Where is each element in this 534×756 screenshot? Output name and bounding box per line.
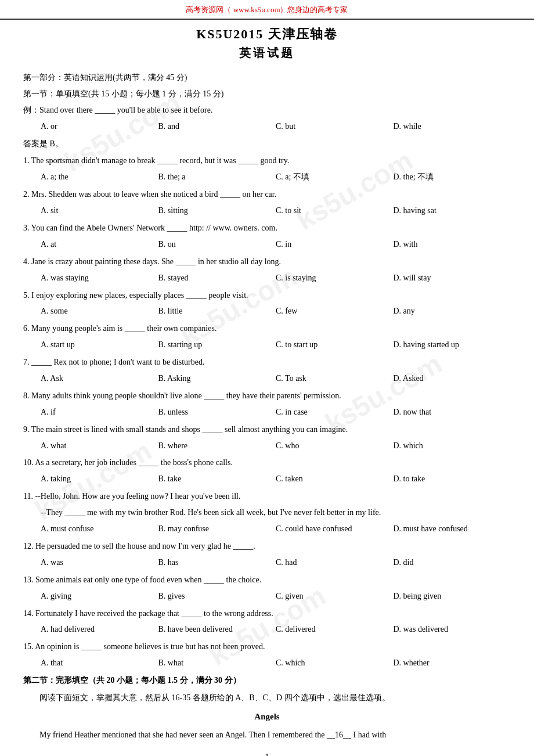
q9-opt-d: D. which	[394, 438, 511, 453]
q13-text: 13. Some animals eat only one type of fo…	[23, 573, 511, 588]
main-title: KS5U2015 天津压轴卷	[0, 26, 534, 43]
sub-title: 英语试题	[0, 45, 534, 61]
q15-opt-a: A. that	[41, 656, 158, 671]
q14-text: 14. Fortunately I have received the pack…	[23, 606, 511, 621]
q12-opt-b: B. has	[158, 555, 276, 570]
passage-first-line: My friend Heather mentioned that she had…	[23, 728, 511, 743]
q3-opt-c: C. in	[276, 237, 394, 252]
example-option-d: D. while	[394, 119, 511, 134]
q9-options: A. what B. where C. who D. which	[41, 438, 511, 453]
q4-options: A. was staying B. stayed C. is staying D…	[41, 271, 511, 286]
q3-opt-a: A. at	[41, 237, 158, 252]
example-option-c: C. but	[276, 119, 394, 134]
q5-opt-c: C. few	[276, 304, 394, 319]
q10-opt-b: B. take	[158, 471, 276, 487]
q9-opt-b: B. where	[158, 438, 276, 453]
q4-opt-d: D. will stay	[394, 271, 511, 286]
q4-opt-c: C. is staying	[276, 271, 394, 286]
q7-opt-a: A. Ask	[41, 371, 158, 386]
q1-opt-a: A. a; the	[41, 170, 158, 185]
q13-opt-a: A. giving	[41, 589, 158, 604]
q11-options: A. must confuse B. may confuse C. could …	[41, 521, 511, 537]
q6-opt-c: C. to start up	[276, 337, 394, 352]
q3-text: 3. You can find the Abele Owners' Networ…	[23, 221, 511, 236]
q6-options: A. start up B. starting up C. to start u…	[41, 337, 511, 352]
q8-text: 8. Many adults think young people should…	[23, 388, 511, 404]
q5-text: 5. I enjoy exploring new places, especia…	[23, 288, 511, 303]
q12-opt-d: D. did	[394, 555, 511, 570]
q8-opt-c: C. in case	[276, 405, 394, 420]
q5-opt-d: D. any	[394, 304, 511, 319]
q15-opt-b: B. what	[158, 656, 276, 671]
q10-text: 10. As a secretary, her job includes ___…	[23, 455, 511, 470]
q8-opt-d: D. now that	[394, 405, 511, 420]
q10-opt-d: D. to take	[394, 471, 511, 487]
q4-text: 4. Jane is crazy about painting these da…	[23, 254, 511, 269]
q6-opt-a: A. start up	[41, 337, 158, 352]
q5-opt-a: A. some	[41, 304, 158, 319]
q5-options: A. some B. little C. few D. any	[41, 304, 511, 319]
q10-opt-c: C. taken	[276, 471, 394, 487]
q6-opt-b: B. starting up	[158, 337, 276, 352]
q2-opt-d: D. having sat	[394, 203, 511, 218]
example-answer: 答案是 B。	[23, 136, 511, 152]
example-option-b: B. and	[158, 119, 276, 134]
q2-opt-b: B. sitting	[158, 203, 276, 218]
q12-options: A. was B. has C. had D. did	[41, 555, 511, 570]
q1-opt-c: C. a; 不填	[276, 170, 394, 185]
q8-opt-b: B. unless	[158, 405, 276, 420]
q9-opt-c: C. who	[276, 438, 394, 453]
q9-opt-a: A. what	[41, 438, 158, 453]
q11-opt-a: A. must confuse	[41, 521, 158, 537]
q11-opt-c: C. could have confused	[276, 521, 394, 537]
q12-opt-a: A. was	[41, 555, 158, 570]
q7-opt-d: D. Asked	[394, 371, 511, 386]
q10-options: A. taking B. take C. taken D. to take	[41, 471, 511, 487]
q11-opt-d: D. must have confused	[394, 521, 511, 537]
q7-text: 7. _____ Rex not to phone; I don't want …	[23, 355, 511, 370]
q7-opt-c: C. To ask	[276, 371, 394, 386]
q8-opt-a: A. if	[41, 405, 158, 420]
q6-text: 6. Many young people's aim is _____ thei…	[23, 321, 511, 336]
passage-title: Angels	[23, 709, 511, 725]
q7-opt-b: B. Asking	[158, 371, 276, 386]
q13-options: A. giving B. gives C. given D. being giv…	[41, 589, 511, 604]
q15-text: 15. An opinion is _____ someone believes…	[23, 639, 511, 654]
q2-text: 2. Mrs. Shedden was about to leave when …	[23, 187, 511, 202]
q6-opt-d: D. having started up	[394, 337, 511, 352]
q14-opt-a: A. had delivered	[41, 622, 158, 637]
page-number: 1	[0, 753, 534, 756]
example-question: 例：Stand over there _____ you'll be able …	[23, 103, 511, 118]
q5-opt-b: B. little	[158, 304, 276, 319]
q2-opt-a: A. sit	[41, 203, 158, 218]
q1-text: 1. The sportsman didn't manage to break …	[23, 153, 511, 168]
q11-text2: --They _____ me with my twin brother Rod…	[41, 505, 511, 520]
q15-opt-d: D. whether	[394, 656, 511, 671]
q10-opt-a: A. taking	[41, 471, 158, 487]
section2-header: 第二节：完形填空（共 20 小题；每小题 1.5 分，满分 30 分）	[23, 673, 511, 688]
q13-opt-d: D. being given	[394, 589, 511, 604]
q9-text: 9. The main street is lined with small s…	[23, 422, 511, 437]
q3-options: A. at B. on C. in D. with	[41, 237, 511, 252]
q1-opt-b: B. the; a	[158, 170, 276, 185]
q1-options: A. a; the B. the; a C. a; 不填 D. the; 不填	[41, 170, 511, 185]
top-banner: 高考资源网（ www.ks5u.com）您身边的高考专家	[0, 0, 534, 20]
q11-text1: 11. --Hello, John. How are you feeling n…	[23, 489, 511, 504]
q14-opt-b: B. have been delivered	[158, 622, 276, 637]
q2-opt-c: C. to sit	[276, 203, 394, 218]
q14-options: A. had delivered B. have been delivered …	[41, 622, 511, 637]
section2-instruction: 阅读下面短文，掌握其大意，然后从 16-35 各题所给的 A、B、C、D 四个选…	[23, 690, 511, 705]
q15-opt-c: C. which	[276, 656, 394, 671]
q3-opt-d: D. with	[394, 237, 511, 252]
q7-options: A. Ask B. Asking C. To ask D. Asked	[41, 371, 511, 386]
q4-opt-a: A. was staying	[41, 271, 158, 286]
q13-opt-b: B. gives	[158, 589, 276, 604]
q14-opt-d: D. was delivered	[394, 622, 511, 637]
q1-opt-d: D. the; 不填	[394, 170, 511, 185]
q12-text: 12. He persuaded me to sell the house an…	[23, 539, 511, 554]
example-option-a: A. or	[41, 119, 158, 134]
q14-opt-c: C. delivered	[276, 622, 394, 637]
section1-header: 第一节：单项填空(共 15 小题；每小题 1 分，满分 15 分)	[23, 87, 511, 102]
q3-opt-b: B. on	[158, 237, 276, 252]
q12-opt-c: C. had	[276, 555, 394, 570]
